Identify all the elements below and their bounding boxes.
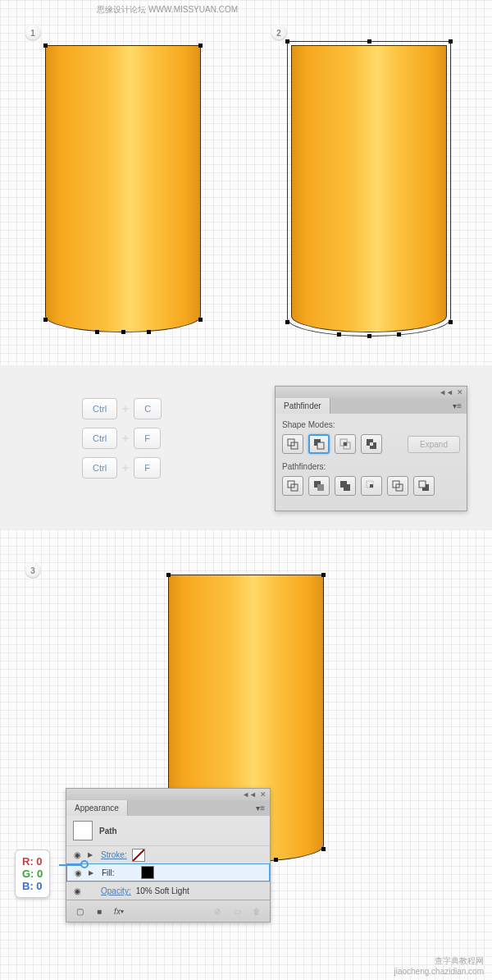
shape-modes-label: Shape Modes: — [282, 420, 460, 429]
unite-button[interactable] — [282, 434, 303, 454]
minus-back-button[interactable] — [413, 476, 435, 496]
plus-icon: + — [122, 461, 129, 474]
fill-label[interactable]: Fill: — [102, 868, 115, 877]
panel-header: ◄◄ ✕ — [276, 387, 467, 398]
cylinder-shape-1[interactable] — [45, 45, 201, 332]
shortcuts-group: Ctrl + C Ctrl + F Ctrl + F — [82, 398, 162, 487]
step-number-3: 3 — [25, 562, 41, 579]
appearance-panel: ◄◄ ✕ Appearance ▾≡ Path ◉ ▶ Stroke: ◉ ▶ … — [66, 788, 271, 923]
clear-icon[interactable]: ⊘ — [209, 904, 226, 918]
opacity-label[interactable]: Opacity: — [101, 886, 131, 895]
path-label: Path — [99, 827, 117, 836]
opacity-value: 10% Soft Light — [136, 886, 189, 895]
visibility-icon[interactable]: ◉ — [71, 850, 83, 859]
expand-button: Expand — [408, 436, 460, 453]
appearance-footer: ▢ ■ fx▾ ⊘ ▭ 🗑 — [66, 900, 270, 922]
panel-menu-icon[interactable]: ▾≡ — [251, 800, 270, 816]
merge-button[interactable] — [335, 476, 356, 496]
svg-rect-14 — [370, 484, 373, 488]
callout-line — [59, 864, 82, 866]
fill-swatch[interactable] — [141, 866, 154, 879]
callout-circle-icon — [80, 860, 89, 868]
step-2-panel: 2 — [246, 0, 492, 365]
shortcut-paste-front-2: Ctrl + F — [82, 457, 162, 479]
collapse-icon[interactable]: ◄◄ — [439, 388, 453, 396]
watermark-bottom: 查字典教程网 jiaocheng.chazidian.com — [394, 955, 484, 976]
collapse-icon[interactable]: ◄◄ — [242, 790, 257, 799]
outline-button[interactable] — [387, 476, 408, 496]
svg-rect-12 — [317, 484, 324, 491]
step-3-panel: 3 ◄◄ ✕ Appearance ▾≡ Path ◉ ▶ — [0, 529, 492, 980]
rgb-tooltip: R: 0 G: 0 B: 0 — [15, 849, 50, 898]
opacity-row[interactable]: ◉ Opacity: 10% Soft Light — [66, 882, 270, 900]
pathfinder-panel: ◄◄ ✕ Pathfinder ▾≡ Shape Modes: Expand P… — [275, 386, 467, 511]
appearance-target-row: Path — [66, 816, 270, 845]
panel-header: ◄◄ ✕ — [66, 789, 270, 800]
stroke-row[interactable]: ◉ ▶ Stroke: — [66, 845, 270, 863]
shortcut-copy: Ctrl + C — [82, 398, 162, 419]
svg-rect-5 — [344, 442, 347, 446]
close-icon[interactable]: ✕ — [260, 790, 266, 799]
divide-button[interactable] — [282, 476, 303, 496]
expand-triangle-icon[interactable]: ▶ — [89, 869, 97, 877]
shortcut-paste-front-1: Ctrl + F — [82, 428, 162, 449]
close-icon[interactable]: ✕ — [457, 388, 463, 396]
panel-menu-icon[interactable]: ▾≡ — [448, 398, 467, 414]
svg-rect-8 — [370, 442, 373, 446]
target-swatch — [73, 821, 93, 840]
new-fill-icon[interactable]: ■ — [91, 904, 107, 918]
intersect-button[interactable] — [335, 434, 356, 454]
stroke-label[interactable]: Stroke: — [101, 850, 127, 859]
key-ctrl: Ctrl — [82, 428, 117, 449]
plus-icon: + — [122, 402, 129, 415]
key-f: F — [134, 428, 161, 449]
svg-rect-17 — [419, 481, 426, 488]
step-number-2: 2 — [271, 25, 287, 41]
step-1-panel: 思缘设计论坛 WWW.MISSYUAN.COM 1 — [0, 0, 246, 365]
svg-rect-2 — [317, 442, 324, 449]
new-stroke-icon[interactable]: ▢ — [71, 904, 88, 918]
pathfinders-label: Pathfinders: — [282, 462, 460, 471]
step-number-1: 1 — [25, 25, 41, 41]
visibility-icon[interactable]: ◉ — [72, 868, 84, 877]
stroke-swatch[interactable] — [132, 849, 145, 862]
key-ctrl: Ctrl — [82, 457, 117, 479]
key-c: C — [134, 398, 162, 419]
duplicate-icon[interactable]: ▭ — [229, 904, 245, 918]
fill-row[interactable]: ◉ ▶ Fill: — [66, 863, 270, 882]
cylinder-outline[interactable] — [287, 41, 451, 337]
expand-triangle-icon[interactable]: ▶ — [88, 851, 96, 859]
minus-front-button[interactable] — [308, 434, 330, 454]
key-f: F — [134, 457, 161, 479]
tab-appearance[interactable]: Appearance — [66, 800, 128, 816]
add-effect-button[interactable]: fx▾ — [111, 904, 127, 918]
crop-button[interactable] — [361, 476, 382, 496]
key-ctrl: Ctrl — [82, 398, 117, 419]
visibility-icon[interactable]: ◉ — [71, 886, 83, 895]
tab-pathfinder[interactable]: Pathfinder — [276, 398, 330, 414]
watermark-top: 思缘设计论坛 WWW.MISSYUAN.COM — [97, 4, 238, 16]
exclude-button[interactable] — [361, 434, 382, 454]
trim-button[interactable] — [308, 476, 330, 496]
middle-section: Ctrl + C Ctrl + F Ctrl + F ◄◄ ✕ Pathfind… — [0, 365, 492, 529]
plus-icon: + — [122, 432, 129, 445]
delete-icon[interactable]: 🗑 — [248, 904, 265, 918]
